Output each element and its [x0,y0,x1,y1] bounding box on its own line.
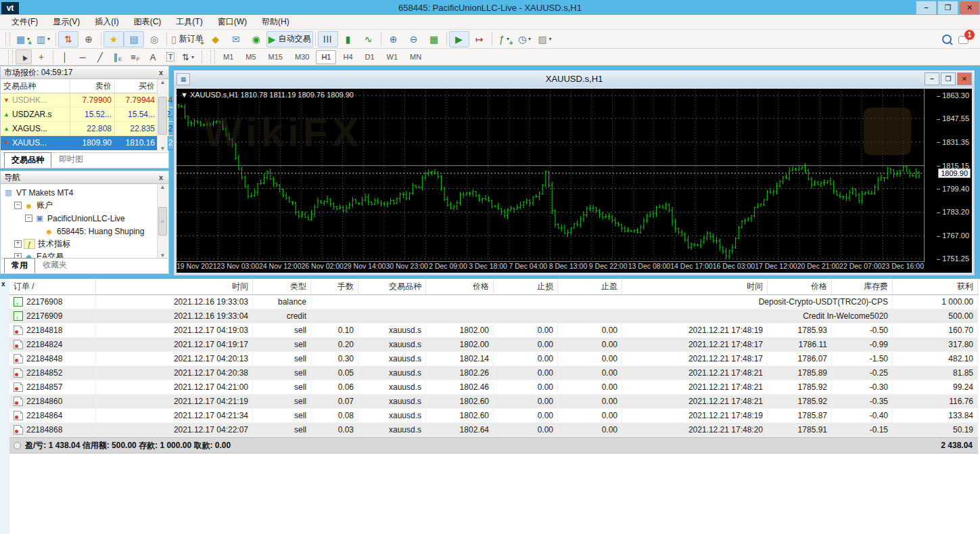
terminal-column-5[interactable]: 价格 [426,279,494,294]
market-watch-row-xauus[interactable]: ▼XAUUS...1809.901810.1626 [1,136,168,150]
timeframe-m30[interactable]: M30 [289,50,314,64]
new-order-button[interactable]: ▯+新订单 [169,31,206,47]
nav-item[interactable]: −▣PacificUnionLLC-Live [3,212,168,225]
menu-item-6[interactable]: 帮助(H) [254,14,297,30]
text-tool[interactable]: A [145,49,161,64]
collapse-icon[interactable]: − [25,215,32,222]
terminal-column-1[interactable]: 时间 [96,279,253,294]
history-center-button[interactable]: ◆ [206,31,226,47]
market-watch-row-usdzars[interactable]: ▲USDZAR.s15.52...15.54...2... [1,108,168,122]
timeframe-m1[interactable]: M1 [218,50,239,64]
terminal-row-22184852[interactable]: 221848522021.12.17 04:20:38sell0.05xauus… [9,366,978,380]
navigator-tab-常用[interactable]: 常用 [4,258,35,273]
chart-minimize-button[interactable]: – [925,72,939,85]
menu-item-0[interactable]: 文件(F) [4,14,45,30]
terminal-column-2[interactable]: 类型 [253,279,311,294]
terminal-row-22176909[interactable]: 221769092021.12.16 19:33:04creditCredit … [9,309,978,324]
templates-button[interactable]: ▨▾ [535,31,555,47]
nav-item[interactable]: ▥VT Makets MT4 [3,186,168,199]
line-chart-mode-button[interactable]: ∿ [358,31,379,47]
menu-item-5[interactable]: 窗口(W) [210,14,254,30]
terminal-column-10[interactable]: 库存费 [832,279,893,294]
bar-chart-mode-button[interactable]: ☰ [318,31,338,47]
timeframe-m5[interactable]: M5 [240,50,261,64]
terminal-column-7[interactable]: 止盈 [558,279,622,294]
menu-item-1[interactable]: 显示(V) [45,14,87,30]
terminal-row-22184864[interactable]: 221848642021.12.17 04:21:34sell0.08xauus… [9,409,978,423]
scroll-thumb[interactable] [158,97,167,135]
terminal-row-22176908[interactable]: 221769082021.12.16 19:33:03balanceDeposi… [9,295,978,309]
menu-item-4[interactable]: 工具(T) [168,14,210,30]
market-watch-scrollbar[interactable]: ▲ ▼ [157,79,168,152]
market-watch-toggle-button[interactable]: ▤ [124,31,144,47]
market-watch-tab-交易品种[interactable]: 交易品种 [4,152,51,168]
terminal-row-22184848[interactable]: 221848482021.12.17 04:20:13sell0.30xauus… [9,352,978,366]
terminal-column-9[interactable]: 价格 [768,279,832,294]
terminal-column-4[interactable]: 交易品种 [358,279,426,294]
window-minimize-button[interactable]: – [916,1,937,15]
chart-shift-button[interactable]: ↦ [469,31,490,47]
navigator-scrollbar[interactable]: ▲ ≡ ▼ [157,184,168,259]
refresh-symbols-button[interactable]: ⇅ [58,31,78,47]
mailbox-button[interactable]: ✉ [226,31,246,47]
scroll-up-icon[interactable]: ▲ [160,79,166,85]
hline-tool[interactable]: ─ [74,49,91,64]
market-watch-row-usdhk[interactable]: ▼USDHK...7.799007.7994444 [1,93,168,108]
collapse-icon[interactable]: − [14,202,22,209]
nav-item[interactable]: −☻账户 [3,199,168,212]
chart-titlebar[interactable]: ▦ XAUUSD.s,H1 – ❐ ✕ [174,70,975,87]
trendline-tool[interactable]: ╱ [92,49,108,64]
toolbar-grip[interactable] [5,32,10,46]
candlestick-mode-button[interactable]: ▮ [338,31,358,47]
crosshair-button[interactable]: ⊕ [78,31,99,47]
scroll-up-icon[interactable]: ▲ [160,184,166,190]
market-watch-close-icon[interactable]: x [157,68,165,76]
tile-windows-button[interactable]: ▦ [424,31,444,47]
terminal-row-22184818[interactable]: 221848182021.12.17 04:19:03sell0.10xauus… [9,324,978,338]
expand-icon[interactable]: + [14,240,22,248]
chart-close-button[interactable]: ✕ [957,72,972,85]
indicators-button[interactable]: ƒ+▾ [494,31,515,47]
autotrading-button[interactable]: ▶自动交易 [266,31,313,47]
terminal-row-22184860[interactable]: 221848602021.12.17 04:21:19sell0.07xauus… [9,395,978,409]
search-icon[interactable] [942,35,952,44]
chart-restore-button[interactable]: ❐ [941,72,956,85]
periods-button[interactable]: ◷▾ [515,31,535,47]
auto-scroll-button[interactable]: ▶ [449,31,469,47]
label-tool[interactable]: T [162,49,179,64]
zoom-in-button[interactable]: ⊕ [383,31,404,47]
crosshair-tool[interactable]: ＋ [33,49,49,64]
new-chart-button[interactable]: ▦+▾ [13,31,33,47]
fibonacci-tool[interactable]: ≡F [127,49,143,64]
profiles-button[interactable]: ▥▾ [33,31,53,47]
dropdown-arrow-icon[interactable]: ▾ [549,36,552,42]
cursor-tool[interactable]: ▲ [16,49,32,64]
chart-time-axis[interactable]: 19 Nov 202123 Nov 03:0024 Nov 12:0026 No… [177,261,924,273]
timeframe-d1[interactable]: D1 [360,50,380,64]
notifications-icon[interactable]: 1 [958,35,971,44]
window-restore-button[interactable]: ❐ [937,1,958,15]
market-watch-column-2[interactable]: 买价 [115,79,158,93]
vline-tool[interactable]: │ [57,49,73,64]
terminal-column-3[interactable]: 手数 [311,279,358,294]
window-close-button[interactable]: ✕ [959,1,980,15]
navigator-close-icon[interactable]: x [157,173,165,181]
timeframe-h4[interactable]: H4 [337,50,358,64]
terminal-row-22184824[interactable]: 221848242021.12.17 04:19:17sell0.20xauus… [9,338,978,352]
terminal-column-6[interactable]: 止损 [494,279,558,294]
terminal-column-0[interactable]: 订单 / [9,279,96,294]
data-window-button[interactable]: ◎ [144,31,164,47]
navigator-tab-收藏夹[interactable]: 收藏夹 [35,257,74,273]
terminal-row-22184868[interactable]: 221848682021.12.17 04:22:07sell0.03xauus… [9,423,978,437]
terminal-column-11[interactable]: 获利 [893,279,978,294]
menu-item-3[interactable]: 图表(C) [126,14,169,30]
arrows-tool[interactable]: ⇅▾ [180,49,196,64]
scroll-down-icon[interactable]: ▼ [160,146,166,152]
dropdown-arrow-icon[interactable]: ▾ [528,36,531,42]
market-watch-row-xagus[interactable]: ▲XAGUS...22.80822.83527 [1,122,168,136]
channel-tool[interactable]: ∥E [110,49,126,64]
market-watch-column-1[interactable]: 卖价 [70,79,115,93]
timeframe-w1[interactable]: W1 [381,50,404,64]
chart-canvas[interactable]: WikiFX ▼ XAUUSD.s,H1 1810.78 1811.19 180… [176,88,973,273]
nav-item[interactable]: ☻658445: Huang Shuping [3,225,168,238]
